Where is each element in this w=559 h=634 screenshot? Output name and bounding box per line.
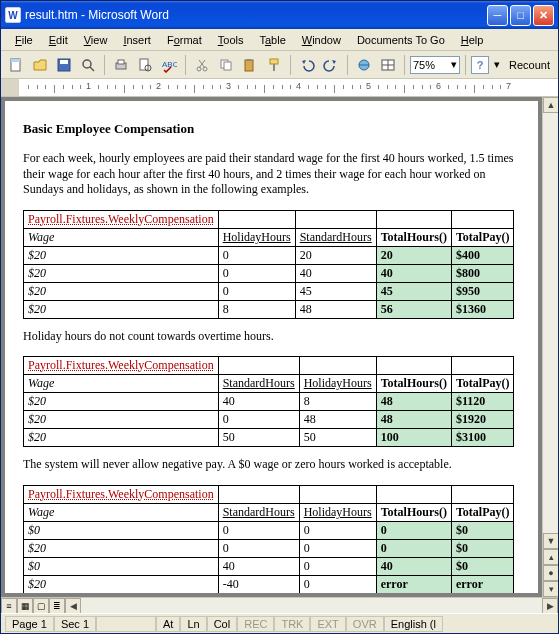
format-painter-button[interactable] xyxy=(263,54,285,76)
svg-rect-1 xyxy=(11,59,20,62)
web-view-button[interactable]: ▦ xyxy=(17,598,33,614)
tables-button[interactable] xyxy=(377,54,399,76)
menu-docs-to-go[interactable]: Documents To Go xyxy=(349,32,453,48)
svg-rect-17 xyxy=(245,60,253,71)
print-view-button[interactable]: ▢ xyxy=(33,598,49,614)
spellcheck-button[interactable]: ABC xyxy=(158,54,180,76)
doc-heading: Basic Employee Compensation xyxy=(23,121,520,137)
hscroll-track[interactable] xyxy=(81,598,542,613)
word-icon: W xyxy=(5,7,21,23)
status-at: At xyxy=(156,616,180,632)
status-sec: Sec 1 xyxy=(54,616,96,632)
browse-object-button[interactable]: ● xyxy=(543,565,558,581)
next-page-button[interactable]: ▾ xyxy=(543,581,558,597)
svg-rect-19 xyxy=(270,59,278,64)
doc-paragraph-2: Holiday hours do not count towards overt… xyxy=(23,329,520,345)
normal-view-button[interactable]: ≡ xyxy=(1,598,17,614)
menu-window[interactable]: Window xyxy=(294,32,349,48)
svg-rect-16 xyxy=(224,62,231,70)
copy-button[interactable] xyxy=(215,54,237,76)
new-doc-button[interactable] xyxy=(5,54,27,76)
search-button[interactable] xyxy=(77,54,99,76)
toolbar: ABC 75%▾ ? ▾ Recount xyxy=(1,51,558,79)
svg-rect-18 xyxy=(247,59,251,61)
status-ln: Ln xyxy=(180,616,206,632)
redo-button[interactable] xyxy=(320,54,342,76)
zoom-select[interactable]: 75%▾ xyxy=(410,56,460,74)
menubar: File Edit View Insert Format Tools Table… xyxy=(1,29,558,51)
ruler[interactable]: 1234567 xyxy=(1,79,558,97)
status-ovr: OVR xyxy=(346,616,384,632)
document-page: Basic Employee Compensation For each wee… xyxy=(5,101,538,593)
outline-view-button[interactable]: ≣ xyxy=(49,598,65,614)
paste-button[interactable] xyxy=(239,54,261,76)
scroll-right-button[interactable]: ▶ xyxy=(542,598,558,614)
prev-page-button[interactable]: ▴ xyxy=(543,549,558,565)
scroll-left-button[interactable]: ◀ xyxy=(65,598,81,614)
help-button[interactable]: ? xyxy=(471,56,489,74)
menu-edit[interactable]: Edit xyxy=(41,32,76,48)
save-button[interactable] xyxy=(53,54,75,76)
menu-insert[interactable]: Insert xyxy=(115,32,159,48)
scroll-down-button[interactable]: ▼ xyxy=(543,533,558,549)
svg-point-4 xyxy=(83,60,91,68)
vertical-scrollbar[interactable]: ▲ ▼ ▴ ● ▾ xyxy=(542,97,558,597)
svg-rect-7 xyxy=(118,60,124,64)
document-area: Basic Employee Compensation For each wee… xyxy=(1,97,558,597)
menu-tools[interactable]: Tools xyxy=(210,32,252,48)
table-1: Payroll.Fixtures.WeeklyCompensationWageH… xyxy=(23,210,514,319)
table-3: Payroll.Fixtures.WeeklyCompensationWageS… xyxy=(23,485,514,593)
doc-paragraph-1: For each week, hourly employees are paid… xyxy=(23,151,520,198)
maximize-button[interactable]: □ xyxy=(510,5,531,26)
svg-line-5 xyxy=(90,67,94,71)
minimize-button[interactable]: ─ xyxy=(487,5,508,26)
menu-file[interactable]: File xyxy=(7,32,41,48)
toolbar-options-button[interactable]: ▾ xyxy=(491,54,503,76)
svg-rect-8 xyxy=(140,59,148,70)
titlebar: W result.htm - Microsoft Word ─ □ ✕ xyxy=(1,1,558,29)
statusbar: Page 1 Sec 1 At Ln Col REC TRK EXT OVR E… xyxy=(1,613,558,633)
print-button[interactable] xyxy=(110,54,132,76)
svg-rect-3 xyxy=(60,60,68,64)
status-rec: REC xyxy=(237,616,274,632)
app-window: W result.htm - Microsoft Word ─ □ ✕ File… xyxy=(0,0,559,634)
menu-table[interactable]: Table xyxy=(251,32,293,48)
doc-paragraph-3: The system will never allow negative pay… xyxy=(23,457,520,473)
scroll-up-button[interactable]: ▲ xyxy=(543,97,558,113)
status-lang: English (l xyxy=(384,616,443,632)
undo-button[interactable] xyxy=(296,54,318,76)
menu-format[interactable]: Format xyxy=(159,32,210,48)
close-button[interactable]: ✕ xyxy=(533,5,554,26)
status-ext: EXT xyxy=(310,616,345,632)
menu-view[interactable]: View xyxy=(76,32,116,48)
menu-help[interactable]: Help xyxy=(453,32,492,48)
status-trk: TRK xyxy=(274,616,310,632)
open-button[interactable] xyxy=(29,54,51,76)
cut-button[interactable] xyxy=(191,54,213,76)
print-preview-button[interactable] xyxy=(134,54,156,76)
hyperlink-button[interactable] xyxy=(353,54,375,76)
status-page: Page 1 xyxy=(5,616,54,632)
window-title: result.htm - Microsoft Word xyxy=(25,8,487,22)
horizontal-scrollbar-row: ≡ ▦ ▢ ≣ ◀ ▶ xyxy=(1,597,558,613)
recount-button[interactable]: Recount xyxy=(505,59,554,71)
status-col: Col xyxy=(207,616,238,632)
table-2: Payroll.Fixtures.WeeklyCompensationWageS… xyxy=(23,356,514,447)
